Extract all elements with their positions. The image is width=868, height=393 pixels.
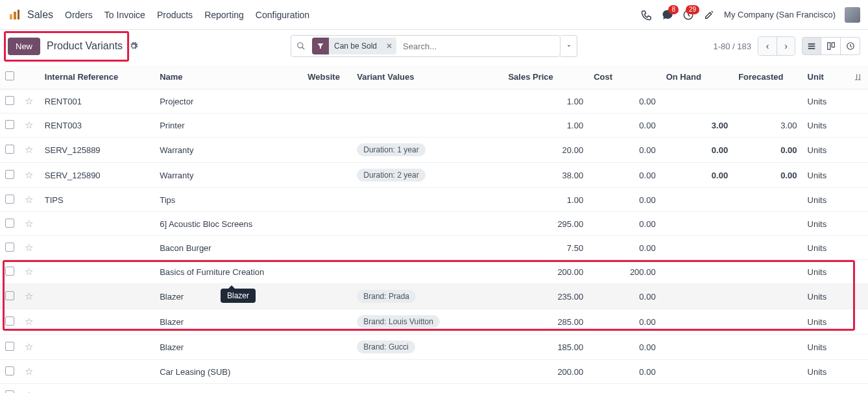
cell-unit: Units [802, 309, 849, 335]
cell-ref: SERV_125890 [40, 163, 154, 188]
view-list[interactable] [802, 37, 821, 55]
company-selector[interactable]: My Company (San Francisco) [724, 10, 836, 19]
activities-badge: 29 [686, 5, 699, 14]
col-on-hand[interactable]: On Hand [661, 65, 734, 89]
row-checkbox[interactable] [5, 316, 14, 326]
row-checkbox[interactable] [5, 342, 14, 351]
cell-name: Warranty [154, 137, 302, 163]
select-all-checkbox[interactable] [5, 71, 14, 80]
pager-prev[interactable]: ‹ [758, 37, 777, 55]
tools-icon[interactable] [703, 9, 715, 21]
row-checkbox[interactable] [5, 243, 14, 252]
star-icon[interactable]: ☆ [25, 119, 33, 130]
cell-onhand [661, 309, 734, 335]
table-row[interactable]: ☆Bacon Burger7.500.00Units [0, 236, 868, 260]
filter-chip-label: Can be Sold [329, 42, 382, 51]
star-icon[interactable]: ☆ [25, 95, 33, 106]
row-checkbox[interactable] [5, 96, 14, 105]
star-icon[interactable]: ☆ [25, 291, 33, 302]
search-box: Can be Sold ✕ [291, 35, 561, 57]
nav-products[interactable]: Products [157, 10, 193, 20]
cell-website [302, 284, 352, 309]
cell-price: 295.00 [503, 212, 588, 236]
cell-name: Car Leasing (SUB) [154, 360, 302, 384]
star-icon[interactable]: ☆ [25, 390, 33, 393]
col-variant-values[interactable]: Variant Values [352, 65, 503, 89]
control-bar: New Product Variants Can be Sold ✕ 1-80 … [0, 30, 868, 65]
user-avatar[interactable] [845, 7, 860, 23]
star-icon[interactable]: ☆ [25, 194, 33, 205]
row-checkbox[interactable] [5, 219, 14, 228]
pager-text[interactable]: 1-80 / 183 [713, 42, 751, 51]
col-name[interactable]: Name [154, 65, 302, 89]
cell-price: 1.00 [503, 113, 588, 137]
cell-forecast [733, 260, 802, 284]
table-row[interactable]: ☆SERV_125890WarrantyDuration: 2 year38.0… [0, 163, 868, 188]
cell-price: 20.00 [503, 137, 588, 163]
nav-reporting[interactable]: Reporting [204, 10, 244, 20]
table-row[interactable]: ☆6] Acoustic Bloc Screens295.000.00Units [0, 212, 868, 236]
pager-next[interactable]: › [777, 37, 795, 55]
cell-cost: 0.00 [588, 284, 661, 309]
table-row[interactable]: ☆BlazerBrand: Gucci185.000.00Units [0, 335, 868, 360]
table-row[interactable]: ☆Car Leasing (SUB)200.000.00Units [0, 360, 868, 384]
search-input[interactable] [398, 42, 560, 51]
view-activity[interactable] [841, 37, 860, 55]
col-unit[interactable]: Unit [802, 65, 849, 89]
nav-configuration[interactable]: Configuration [256, 10, 309, 20]
table-row[interactable]: ☆SERV_125889WarrantyDuration: 1 year20.0… [0, 137, 868, 163]
star-icon[interactable]: ☆ [25, 266, 33, 277]
cell-name: Blazer [154, 309, 302, 335]
row-checkbox[interactable] [5, 170, 14, 179]
star-icon[interactable]: ☆ [25, 341, 33, 352]
table-row[interactable]: ☆RENT003Printer1.000.003.003.00Units [0, 113, 868, 137]
star-icon[interactable]: ☆ [25, 144, 33, 155]
table-row[interactable]: ☆RENT001Projector1.000.00Units [0, 89, 868, 113]
row-checkbox[interactable] [5, 267, 14, 276]
star-icon[interactable]: ☆ [25, 366, 33, 377]
col-website[interactable]: Website [302, 65, 352, 89]
cell-ref: RENT001 [40, 89, 154, 113]
table-row[interactable]: ☆TIPSTips1.000.00Units [0, 188, 868, 212]
col-cost[interactable]: Cost [588, 65, 661, 89]
row-checkbox[interactable] [5, 366, 14, 375]
phone-icon[interactable] [641, 9, 653, 21]
cell-onhand: 3.00 [661, 113, 734, 137]
cell-forecast [733, 236, 802, 260]
cell-cost: 0.00 [588, 360, 661, 384]
messages-icon[interactable]: 8 [662, 9, 673, 21]
cell-onhand: 0.00 [661, 137, 734, 163]
cell-name: Chair floor protection [154, 384, 302, 394]
star-icon[interactable]: ☆ [25, 218, 33, 229]
table-row[interactable]: ☆Basics of Furniture Creation200.00200.0… [0, 260, 868, 284]
col-forecasted[interactable]: Forecasted [733, 65, 802, 89]
row-checkbox[interactable] [5, 195, 14, 204]
new-button[interactable]: New [8, 38, 40, 55]
row-checkbox[interactable] [5, 145, 14, 154]
activities-icon[interactable]: 29 [682, 9, 694, 21]
filter-chip-remove[interactable]: ✕ [382, 42, 396, 51]
col-sales-price[interactable]: Sales Price [503, 65, 588, 89]
app-name[interactable]: Sales [27, 9, 53, 21]
view-kanban[interactable] [821, 37, 841, 55]
nav-orders[interactable]: Orders [65, 10, 93, 20]
nav-to-invoice[interactable]: To Invoice [104, 10, 145, 20]
row-checkbox[interactable] [5, 291, 14, 300]
row-checkbox[interactable] [5, 390, 14, 394]
table-row[interactable]: ☆BlazerBrand: Louis Vuitton285.000.00Uni… [0, 309, 868, 335]
cell-unit: Units [802, 260, 849, 284]
star-icon[interactable]: ☆ [25, 169, 33, 180]
star-icon[interactable]: ☆ [25, 242, 33, 253]
row-checkbox[interactable] [5, 120, 14, 129]
col-options[interactable] [849, 65, 868, 89]
col-internal-reference[interactable]: Internal Reference [40, 65, 154, 89]
star-icon[interactable]: ☆ [25, 316, 33, 327]
cell-variant [352, 236, 503, 260]
gear-icon[interactable] [129, 42, 138, 51]
search-dropdown[interactable] [561, 35, 577, 57]
table-row[interactable]: ☆BlazerBrand: Prada235.000.00Units [0, 284, 868, 309]
cell-price: 1.00 [503, 188, 588, 212]
cell-ref [40, 260, 154, 284]
cell-ref [40, 335, 154, 360]
table-row[interactable]: ☆Chair floor protection12.000.00Units [0, 384, 868, 394]
